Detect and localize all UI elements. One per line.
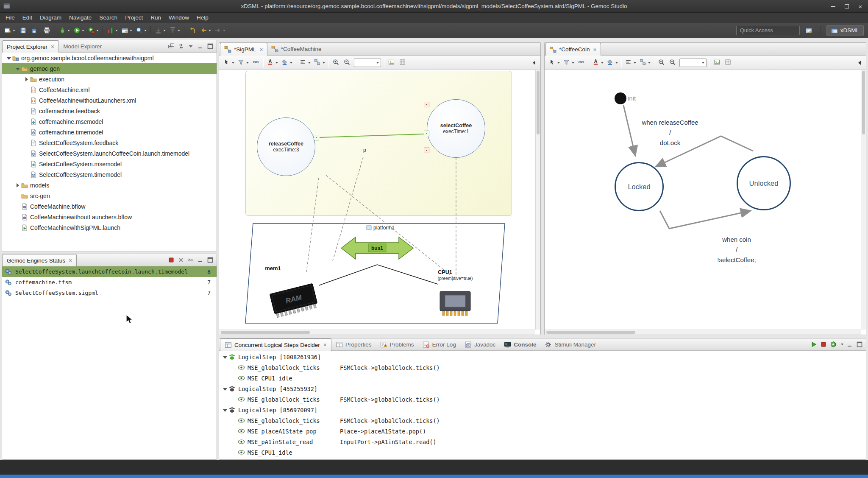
new-wizard-button[interactable] xyxy=(3,25,17,36)
dropdown-caret-icon[interactable] xyxy=(841,344,843,345)
tab-project-explorer[interactable]: Project Explorer × xyxy=(2,40,59,53)
tab-sigpml[interactable]: *SigPML× xyxy=(220,43,267,56)
run-button[interactable] xyxy=(72,25,86,36)
tree-item[interactable]: CoffeeMachine.xml xyxy=(2,84,217,95)
filters-button[interactable] xyxy=(236,58,250,68)
mse-row[interactable]: MSE_globalClock_ticksFSMClock->globalClo… xyxy=(219,362,866,373)
mse-row[interactable]: MSE_globalClock_ticksFSMClock->globalClo… xyxy=(219,415,866,426)
transition-label-selectcoffee[interactable]: when coin / !selectCoffee; xyxy=(688,235,785,265)
grid-button[interactable] xyxy=(398,58,408,68)
stop-engine-icon[interactable] xyxy=(168,257,175,263)
coverage-button[interactable] xyxy=(106,25,119,36)
dropdown-caret-icon[interactable] xyxy=(209,30,211,31)
collapse-all-icon[interactable] xyxy=(168,43,175,50)
tree-item[interactable]: CoffeeMachinewithoutLaunchers.xml xyxy=(2,95,217,106)
zoom-in-button[interactable] xyxy=(331,58,341,68)
tree-item[interactable]: org.gemoc.sample.bcool.coffeemachinewith… xyxy=(2,53,217,63)
mse-row[interactable]: MSE_globalClock_ticksFSMClock->globalClo… xyxy=(219,394,866,405)
tree-item[interactable]: CoffeeMachinewithSigPML.launch xyxy=(2,222,217,233)
stop-icon[interactable] xyxy=(820,341,827,348)
minimize-window-button[interactable] xyxy=(830,3,837,10)
tab-stimuli-manager[interactable]: Stimuli Manager xyxy=(540,338,600,350)
tab-model-explorer[interactable]: Model Explorer xyxy=(59,40,106,52)
debug-button[interactable] xyxy=(58,25,71,36)
fill-color-button[interactable] xyxy=(280,58,294,68)
align-button[interactable] xyxy=(624,58,637,68)
initial-state[interactable] xyxy=(615,92,626,104)
dispose-all-engines-icon[interactable] xyxy=(187,257,194,263)
quick-access-input[interactable] xyxy=(736,26,800,35)
minimize-view-icon[interactable] xyxy=(197,43,204,50)
close-window-button[interactable]: × xyxy=(857,3,864,10)
minimize-view-icon[interactable] xyxy=(197,257,204,263)
filters-button[interactable] xyxy=(562,58,576,68)
engine-row[interactable]: coffemachine.tfsm7 xyxy=(2,277,217,288)
tree-item[interactable]: SelectCoffeeSystem.launchCoffeeCoin.laun… xyxy=(2,148,217,159)
tab-console[interactable]: Console xyxy=(500,338,540,350)
tree-item[interactable]: CoffeeMachine.bflow xyxy=(2,201,217,212)
expander-expanded-icon[interactable] xyxy=(6,55,12,61)
zoom-in-button[interactable] xyxy=(657,58,667,68)
transition-label-dolock[interactable]: when releaseCoffee / doLock xyxy=(621,117,719,148)
menu-navigate[interactable]: Navigate xyxy=(65,13,95,23)
collapse-toolbar-icon[interactable] xyxy=(857,59,863,66)
expander-collapsed-icon[interactable] xyxy=(14,182,21,189)
coffeecoin-canvas[interactable]: init Locked Unlocked when releaseCoffee … xyxy=(545,70,866,335)
open-perspective-button[interactable] xyxy=(804,25,815,36)
port[interactable] xyxy=(424,102,429,107)
prev-annotation-button[interactable] xyxy=(168,25,181,36)
dropdown-caret-icon[interactable] xyxy=(376,62,379,64)
close-tab-icon[interactable]: × xyxy=(260,46,263,53)
minimize-view-icon[interactable] xyxy=(846,341,853,348)
mse-row[interactable]: MSE_pA1inState_readInputPort->pA1inState… xyxy=(219,436,866,447)
dropdown-caret-icon[interactable] xyxy=(96,30,99,31)
menu-edit[interactable]: Edit xyxy=(19,13,36,23)
dispose-engine-icon[interactable] xyxy=(178,257,184,263)
view-menu-icon[interactable] xyxy=(187,43,194,50)
zoom-combo-select[interactable] xyxy=(679,59,707,67)
grid-button[interactable] xyxy=(723,58,733,68)
menu-window[interactable]: Window xyxy=(165,13,193,23)
node-selectCoffee[interactable]: selectCoffee execTime:1 xyxy=(427,99,485,158)
back-button[interactable] xyxy=(199,25,212,36)
dropdown-caret-icon[interactable] xyxy=(275,62,278,64)
zoom-combo-select[interactable] xyxy=(354,59,381,67)
sigpml-canvas[interactable]: platform1 mem1 RAM xyxy=(219,70,540,335)
dropdown-caret-icon[interactable] xyxy=(702,62,704,64)
save-all-button[interactable] xyxy=(29,25,40,36)
font-color-button[interactable]: A xyxy=(266,58,279,68)
logical-step-row[interactable]: LogicalStep [856970097] xyxy=(219,405,866,415)
expander-collapsed-icon[interactable] xyxy=(23,76,30,83)
maximize-window-button[interactable] xyxy=(843,3,850,10)
tab-javadoc[interactable]: @Javadoc xyxy=(460,338,500,350)
dropdown-caret-icon[interactable] xyxy=(648,62,651,64)
engine-run-icon[interactable] xyxy=(830,341,837,348)
dropdown-caret-icon[interactable] xyxy=(13,30,15,31)
tab-properties[interactable]: Properties xyxy=(331,338,376,350)
link-note-button[interactable] xyxy=(576,58,587,68)
external-tools-button[interactable] xyxy=(86,25,100,36)
dropdown-caret-icon[interactable] xyxy=(223,30,225,31)
tree-item[interactable]: CoffeeMachinewithoutLaunchers.bflow xyxy=(2,212,217,222)
dropdown-caret-icon[interactable] xyxy=(144,30,147,31)
save-button[interactable] xyxy=(17,25,28,36)
dropdown-caret-icon[interactable] xyxy=(232,62,234,64)
arrange-button[interactable] xyxy=(638,58,652,68)
menu-diagram[interactable]: Diagram xyxy=(36,13,65,23)
xdsml-perspective-button[interactable]: xDSML xyxy=(826,25,864,36)
menu-search[interactable]: Search xyxy=(95,13,121,23)
vertical-scrollbar[interactable] xyxy=(535,70,540,330)
menu-project[interactable]: Project xyxy=(121,13,147,23)
close-tab-icon[interactable]: × xyxy=(593,46,597,53)
node-releaseCoffee[interactable]: releaseCoffee execTime:3 xyxy=(257,117,315,176)
close-tab-icon[interactable]: × xyxy=(51,43,54,50)
last-edit-button[interactable] xyxy=(187,25,198,36)
tree-item[interactable]: gemoc-gen xyxy=(2,63,217,74)
collapse-toolbar-icon[interactable] xyxy=(531,59,538,66)
link-with-editor-icon[interactable] xyxy=(178,43,184,50)
new-java-button[interactable] xyxy=(120,25,134,36)
tree-item[interactable]: coffemachine.timemodel xyxy=(2,127,217,137)
mse-row[interactable]: MSE_CPU1_idle xyxy=(219,373,866,383)
expander-expanded-icon[interactable] xyxy=(14,65,21,72)
select-tool-button[interactable] xyxy=(548,58,561,68)
